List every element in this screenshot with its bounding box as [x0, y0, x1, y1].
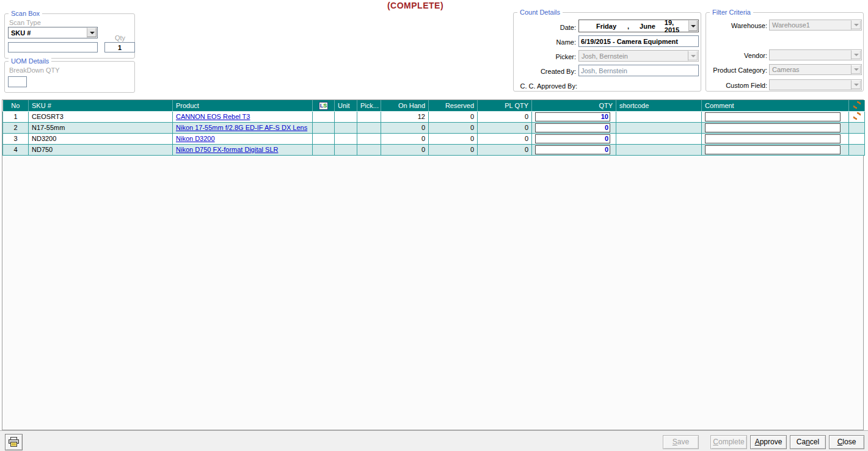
date-separator: ,: [627, 23, 629, 30]
cell-reserved: 0: [429, 133, 478, 144]
qty-input[interactable]: [535, 134, 610, 143]
product-link[interactable]: Nikon D3200: [176, 135, 215, 142]
table-row: 3 ND3200 Nikon D3200 0 0 0: [3, 133, 865, 144]
cell-shortcode: [616, 144, 702, 155]
cell-unit: [335, 144, 357, 155]
refresh-icon: [853, 112, 861, 120]
cell-unit: [335, 133, 357, 144]
cell-shortcode: [616, 111, 702, 122]
product-link[interactable]: CANNON EOS Rebel T3: [176, 113, 250, 120]
cell-sku: CEOSRT3: [29, 111, 173, 122]
custom-field-label: Custom Field:: [706, 82, 767, 89]
date-picker[interactable]: Friday , June 19, 2015: [578, 20, 699, 32]
scan-box-title: Scan Box: [9, 10, 42, 17]
qty-input[interactable]: [535, 112, 610, 121]
vendor-select: [769, 49, 862, 60]
complete-button: Complete: [710, 435, 747, 449]
scan-type-select[interactable]: SKU #: [8, 27, 98, 38]
col-reserved: Reserved: [429, 100, 478, 111]
custom-field-select: [769, 79, 862, 90]
chevron-down-icon[interactable]: [688, 20, 698, 32]
cell-reserved: 0: [429, 144, 478, 155]
count-details-title: Count Details: [517, 9, 563, 16]
date-label: Date:: [514, 24, 576, 31]
cell-no: 1: [3, 111, 29, 122]
col-pick: Pick...: [357, 100, 381, 111]
cell-qty: [532, 133, 616, 144]
grid-refresh-header[interactable]: [849, 100, 865, 111]
cell-unit: [335, 122, 357, 133]
product-link[interactable]: Nikon 17-55mm f/2.8G ED-IF AF-S DX Lens: [176, 124, 307, 131]
chevron-down-icon: [851, 50, 861, 60]
comment-input[interactable]: [705, 112, 841, 121]
scan-input[interactable]: [10, 44, 95, 51]
grid-header-row: No SKU # Product LS Unit Pick... On Hand…: [3, 100, 865, 111]
cell-qty: [532, 122, 616, 133]
uom-details-title: UOM Details: [9, 57, 51, 65]
close-button[interactable]: Close: [829, 435, 864, 449]
cell-refresh[interactable]: [849, 111, 865, 122]
breakdown-qty-label: BreakDown QTY: [9, 67, 60, 74]
col-sku: SKU #: [29, 100, 173, 111]
breakdown-qty-wrap: [8, 76, 27, 87]
chevron-down-icon: [851, 65, 861, 74]
cell-refresh: [849, 144, 865, 155]
date-weekday: Friday: [596, 23, 616, 30]
warehouse-value: Warehouse1: [770, 21, 851, 29]
picker-label: Picker:: [514, 53, 576, 60]
col-qty: QTY: [532, 100, 616, 111]
col-no: No: [3, 100, 29, 111]
count-items-grid: No SKU # Product LS Unit Pick... On Hand…: [2, 99, 864, 430]
cell-comment: [702, 111, 849, 122]
created-by-input[interactable]: [581, 67, 696, 74]
cell-pick: [357, 144, 381, 155]
cell-pl-qty: 0: [478, 122, 532, 133]
col-unit: Unit: [335, 100, 357, 111]
cell-no: 3: [3, 133, 29, 144]
table-row: 4 ND750 Nikon D750 FX-format Digital SLR…: [3, 144, 865, 155]
cell-refresh: [849, 122, 865, 133]
breakdown-qty-input[interactable]: [10, 78, 24, 85]
count-name-input[interactable]: [581, 38, 696, 45]
cell-refresh: [849, 133, 865, 144]
cell-comment: [702, 144, 849, 155]
cell-reserved: 0: [429, 122, 478, 133]
approve-button[interactable]: Approve: [750, 435, 787, 449]
chevron-down-icon: [688, 51, 698, 61]
table-row: 1 CEOSRT3 CANNON EOS Rebel T3 12 0 0: [3, 111, 865, 122]
qty-label: Qty: [115, 34, 125, 41]
cell-sku: ND750: [29, 144, 173, 155]
scan-box-group: Scan Box Scan Type SKU # Qty: [4, 13, 135, 59]
product-category-label: Product Category:: [706, 67, 767, 74]
product-link[interactable]: Nikon D750 FX-format Digital SLR: [176, 146, 279, 153]
cell-lot-serial: [313, 111, 335, 122]
col-product: Product: [173, 100, 313, 111]
chevron-down-icon: [851, 20, 861, 30]
comment-input[interactable]: [705, 145, 841, 154]
cell-pl-qty: 0: [478, 133, 532, 144]
comment-input[interactable]: [705, 123, 841, 132]
scan-qty-input[interactable]: [107, 44, 133, 51]
cell-product: Nikon D3200: [173, 133, 313, 144]
name-label: Name:: [514, 38, 576, 46]
cell-comment: [702, 122, 849, 133]
warehouse-select: Warehouse1: [769, 20, 862, 31]
scan-type-value: SKU #: [9, 29, 87, 37]
cancel-button[interactable]: Cancel: [790, 435, 826, 449]
qty-input[interactable]: [535, 123, 610, 132]
chevron-down-icon[interactable]: [87, 27, 97, 38]
cell-reserved: 0: [429, 111, 478, 122]
printer-icon: [8, 437, 20, 447]
cell-pick: [357, 133, 381, 144]
print-button[interactable]: [5, 434, 23, 450]
count-name-wrap: [578, 35, 699, 47]
comment-input[interactable]: [705, 134, 841, 143]
status-banner: (COMPLETE): [0, 1, 831, 10]
filter-criteria-group: Filter Criteria Warehouse: Warehouse1 Ve…: [706, 12, 864, 92]
cell-on-hand: 0: [381, 122, 429, 133]
qty-input[interactable]: [535, 145, 610, 154]
uom-details-group: UOM Details BreakDown QTY: [4, 61, 135, 93]
col-on-hand: On Hand: [381, 100, 429, 111]
warehouse-label: Warehouse:: [706, 22, 767, 29]
vendor-label: Vendor:: [706, 52, 767, 59]
